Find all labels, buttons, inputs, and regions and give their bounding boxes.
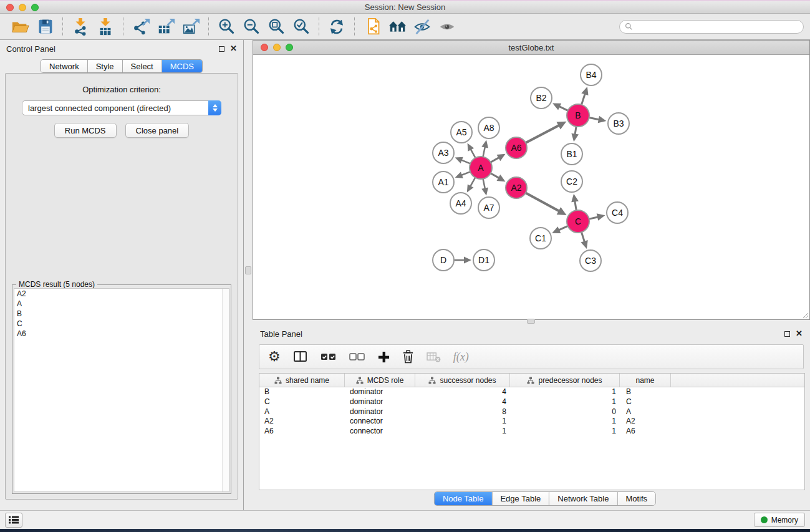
result-item[interactable]: A6: [14, 329, 229, 339]
edge-A-A2[interactable]: [491, 173, 499, 178]
save-session-icon[interactable]: [32, 16, 57, 38]
edge-A-A6[interactable]: [491, 157, 499, 162]
zoom-in-icon[interactable]: [214, 16, 239, 38]
table-row[interactable]: Cdominator41C: [259, 397, 804, 407]
edge-C-C2[interactable]: [575, 200, 576, 210]
node-C[interactable]: C: [567, 210, 589, 233]
criterion-dropdown[interactable]: largest connected component (directed): [22, 100, 221, 115]
column-header-shared-name[interactable]: shared name: [259, 374, 345, 387]
node-B2[interactable]: B2: [531, 87, 552, 109]
tab-edge-table[interactable]: Edge Table: [492, 492, 549, 505]
column-header-successor-nodes[interactable]: successor nodes: [415, 374, 510, 387]
refresh-icon[interactable]: [324, 16, 349, 38]
edge-B-B2[interactable]: [559, 106, 568, 110]
node-D1[interactable]: D1: [473, 249, 494, 271]
edge-A2-C[interactable]: [526, 193, 560, 211]
float-panel-icon[interactable]: [219, 46, 224, 52]
run-mcds-button[interactable]: Run MCDS: [54, 123, 117, 138]
edge-C-C3[interactable]: [581, 232, 584, 242]
network-minimize-button[interactable]: [273, 44, 281, 51]
export-network-icon[interactable]: [128, 16, 153, 38]
tab-network[interactable]: Network: [41, 60, 88, 72]
tab-style[interactable]: Style: [88, 60, 123, 72]
node-B[interactable]: B: [567, 104, 589, 127]
delete-column-icon[interactable]: [402, 347, 414, 366]
edge-A6-B[interactable]: [526, 125, 559, 143]
table-row[interactable]: A6connector11A6: [259, 427, 804, 437]
edge-B-B1[interactable]: [575, 127, 576, 135]
table-row[interactable]: Bdominator41B: [259, 387, 804, 397]
network-window-titlebar[interactable]: testGlobe.txt: [253, 41, 809, 55]
node-B4[interactable]: B4: [581, 64, 602, 85]
edge-A-A1[interactable]: [461, 172, 470, 175]
settings-icon[interactable]: ⚙: [268, 347, 281, 366]
export-table-icon[interactable]: [153, 16, 178, 38]
tab-select[interactable]: Select: [123, 60, 162, 72]
edge-C-C1[interactable]: [558, 226, 567, 230]
memory-button[interactable]: Memory: [754, 513, 805, 527]
result-item[interactable]: B: [14, 309, 229, 319]
open-file-icon[interactable]: [7, 16, 32, 38]
result-scrollbar[interactable]: [222, 289, 229, 491]
show-all-icon[interactable]: [435, 16, 460, 38]
task-history-button[interactable]: [5, 513, 22, 528]
edge-A-A7[interactable]: [483, 179, 485, 190]
node-A4[interactable]: A4: [450, 193, 471, 214]
node-C2[interactable]: C2: [561, 171, 582, 192]
split-view-icon[interactable]: [293, 347, 308, 366]
edge-B-B4[interactable]: [582, 93, 586, 105]
node-A3[interactable]: A3: [433, 142, 454, 163]
search-input[interactable]: [633, 22, 798, 31]
node-C3[interactable]: C3: [580, 250, 601, 271]
result-item[interactable]: A2: [14, 289, 229, 299]
network-zoom-button[interactable]: [286, 44, 293, 51]
close-panel-icon[interactable]: ✕: [230, 46, 237, 52]
edge-A-A8[interactable]: [483, 146, 485, 157]
close-panel-button[interactable]: Close panel: [125, 123, 190, 138]
tab-node-table[interactable]: Node Table: [435, 492, 493, 505]
zoom-fit-icon[interactable]: [264, 16, 289, 38]
network-canvas[interactable]: B4B2BB3A8A5A6A3B1AA1C2A2A4A7C4CC1C3DD1: [253, 55, 809, 319]
export-image-icon[interactable]: [178, 16, 203, 38]
deselect-all-icon[interactable]: [349, 347, 365, 366]
import-table-icon[interactable]: [93, 16, 118, 38]
close-table-panel-icon[interactable]: ✕: [796, 331, 803, 337]
node-B3[interactable]: B3: [608, 113, 629, 134]
zoom-selected-icon[interactable]: [289, 16, 314, 38]
node-A1[interactable]: A1: [433, 172, 454, 193]
close-window-button[interactable]: [6, 4, 14, 11]
column-header-name[interactable]: name: [620, 374, 671, 387]
first-neighbors-icon[interactable]: [385, 16, 410, 38]
node-A8[interactable]: A8: [478, 117, 499, 138]
result-item[interactable]: A: [14, 299, 229, 309]
zoom-window-button[interactable]: [31, 4, 39, 11]
node-B1[interactable]: B1: [561, 143, 582, 165]
minimize-window-button[interactable]: [19, 4, 26, 11]
hide-selected-icon[interactable]: [410, 16, 435, 38]
column-header-MCDS-role[interactable]: MCDS role: [345, 374, 415, 387]
node-C4[interactable]: C4: [607, 202, 628, 223]
zoom-out-icon[interactable]: [239, 16, 264, 38]
node-D[interactable]: D: [433, 249, 454, 271]
tab-motifs[interactable]: Motifs: [617, 492, 655, 505]
node-A6[interactable]: A6: [506, 137, 527, 158]
add-column-icon[interactable]: [378, 347, 390, 366]
horizontal-splitter-handle[interactable]: [527, 319, 535, 324]
edge-B-B3[interactable]: [589, 118, 600, 120]
edge-A-A5[interactable]: [470, 148, 475, 158]
result-item[interactable]: C: [14, 319, 229, 329]
node-C1[interactable]: C1: [530, 228, 551, 249]
node-A2[interactable]: A2: [506, 177, 527, 198]
table-row[interactable]: A2connector11A2: [259, 417, 804, 427]
table-row[interactable]: Adominator80A: [259, 407, 804, 417]
select-all-icon[interactable]: [321, 347, 337, 366]
network-close-button[interactable]: [261, 44, 268, 51]
tab-mcds[interactable]: MCDS: [162, 60, 202, 72]
vertical-splitter-handle[interactable]: [245, 266, 251, 274]
new-network-from-selection-icon[interactable]: [360, 16, 385, 38]
float-table-panel-icon[interactable]: [784, 331, 790, 337]
node-A[interactable]: A: [470, 157, 492, 179]
node-A7[interactable]: A7: [478, 197, 499, 218]
import-network-icon[interactable]: [68, 16, 93, 38]
tab-network-table[interactable]: Network Table: [549, 492, 617, 505]
